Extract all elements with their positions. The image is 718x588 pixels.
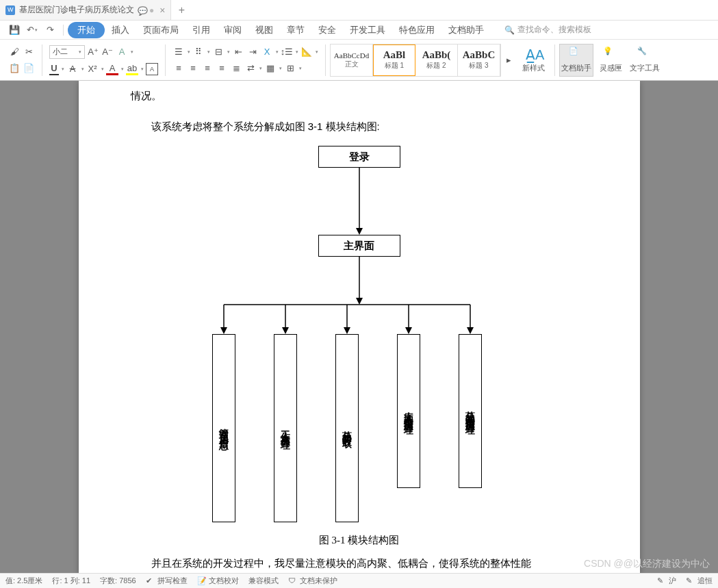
ruler-icon[interactable]: 📐 [300,46,313,58]
menu-layout[interactable]: 页面布局 [136,24,185,36]
menu-insert[interactable]: 插入 [105,24,136,36]
distribute-icon[interactable]: ≣ [230,62,242,75]
undo-icon[interactable]: ↶▾ [26,24,38,36]
new-tab-button[interactable]: + [171,4,192,16]
border-icon[interactable]: ⊞ [284,62,296,75]
menu-devtools[interactable]: 开发工具 [343,24,392,36]
new-style-button[interactable]: A̲A 新样式 [516,44,550,77]
status-wordcount[interactable]: 字数: 7856 [100,576,136,586]
tab-modified-dot: ● [149,5,154,15]
strikethrough-icon[interactable]: A [66,63,79,75]
status-proof[interactable]: 📝文档校对 [197,576,239,586]
style-more-icon[interactable]: ▸ [502,54,515,66]
doc-helper-button[interactable]: 📄 文档助手 [559,44,593,77]
text-options-icon[interactable]: Χ [261,46,273,58]
comment-icon: 💬 [138,6,146,14]
paragraph: 该系统考虑将整个系统分解成如图 3-1 模块结构图: [131,117,588,136]
separator [325,44,326,76]
font-color-icon[interactable]: A [106,63,118,75]
align-justify-icon[interactable]: ≡ [216,62,228,75]
style-normal[interactable]: AaBbCcDd正文 [331,44,373,76]
separator [63,25,64,36]
menu-review[interactable]: 审阅 [217,24,248,36]
inspire-button[interactable]: 💡 灵感匣 [593,44,628,77]
diag-module1: 管理员用户信息 [212,334,235,522]
track2-icon: ✎ [686,576,695,585]
diag-module2: 工作人员管理 [274,334,297,522]
status-track1[interactable]: ✎沪 [657,576,676,586]
status-line-col: 行: 1 列: 11 [52,576,90,586]
cut-icon[interactable]: ✂ [23,46,35,58]
indent-opts-icon[interactable]: ⇄ [244,62,257,75]
statusbar: 值: 2.5厘米 行: 1 列: 11 字数: 7856 ✔拼写检查 📝文档校对… [0,573,718,588]
superscript-icon[interactable]: X² [86,63,99,75]
status-protect[interactable]: 🛡文档未保护 [288,576,337,586]
align-center-icon[interactable]: ≡ [187,62,199,75]
font-size-select[interactable]: 小二▾ [49,45,85,59]
editor-canvas: 情况。 该系统考虑将整个系统分解成如图 3-1 模块结构图: 登录 主界面 管理… [0,81,718,573]
status-compat: 兼容模式 [248,576,279,586]
style-heading2[interactable]: AaBb(标题 2 [415,44,458,76]
diag-module5: 药品基本信息管理 [459,334,482,488]
svg-marker-8 [282,327,289,334]
watermark: CSDN @@以经济建设为中心 [584,558,710,570]
svg-marker-3 [356,298,363,305]
close-tab-icon[interactable]: × [159,5,165,16]
lightbulb-icon: 💡 [603,47,618,62]
underline-icon[interactable]: U [49,63,59,75]
module-diagram: 登录 主界面 管理员用户信息 工作人员管理 药品费收取 病人基本信息管理 药品基… [188,146,530,526]
separator [554,44,555,76]
shading-icon[interactable]: ▦ [264,62,277,75]
new-style-icon: A̲A [526,47,541,62]
align-left-icon[interactable]: ≡ [172,62,185,75]
diag-module4: 病人基本信息管理 [397,334,420,488]
figure-caption: 图 3-1 模块结构图 [131,531,588,550]
menu-start[interactable]: 开始 [68,22,105,38]
search-box[interactable]: 🔍 查找命令、搜索模板 [504,24,591,36]
paragraph-fragment-bottom: 并且在系统的开发过程中，我尽量注意模块的高内聚、低耦合，使得系统的整体性能 [131,554,588,572]
separator [165,44,166,76]
multilevel-icon[interactable]: ⊟ [212,46,225,58]
menu-view[interactable]: 视图 [248,24,280,36]
menu-section[interactable]: 章节 [280,24,311,36]
clear-format-icon[interactable]: A [116,46,128,58]
menu-dochelper[interactable]: 文档助手 [441,24,491,36]
bullets-icon[interactable]: ☰ [172,46,185,58]
style-gallery: AaBbCcDd正文 AaBl标题 1 AaBb(标题 2 AaBbC标题 3 [330,44,501,77]
svg-marker-1 [356,228,363,235]
decrease-indent-icon[interactable]: ⇤ [232,46,244,58]
format-painter-icon[interactable]: 🖌 [8,46,21,58]
increase-indent-icon[interactable]: ⇥ [246,46,259,58]
highlight-icon[interactable]: ab [126,63,138,75]
menu-special[interactable]: 特色应用 [392,24,441,36]
decrease-font-icon[interactable]: A⁻ [101,46,114,58]
line-spacing-icon[interactable]: ↕☰ [281,46,293,58]
increase-font-icon[interactable]: A⁺ [87,46,99,58]
ribbon: 🖌 ✂ 📋 📄 小二▾ A⁺ A⁻ A ▾ U▾ A▾ X²▾ A▾ ab▾ A… [0,40,718,81]
align-right-icon[interactable]: ≡ [201,62,214,75]
numbering-icon[interactable]: ⠿ [192,46,205,58]
status-spellcheck[interactable]: ✔拼写检查 [146,576,188,586]
dochelper-icon: 📄 [569,47,584,62]
diag-module3: 药品费收取 [335,334,359,522]
redo-icon[interactable]: ↷ [44,24,56,36]
status-track2[interactable]: ✎追恒 [686,576,713,586]
text-tools-button[interactable]: 🔧 文字工具 [628,44,662,77]
style-heading3[interactable]: AaBbC标题 3 [458,44,500,76]
paste-icon[interactable]: 📄 [23,62,35,75]
menu-security[interactable]: 安全 [311,24,343,36]
doc-icon [5,5,15,15]
char-border-icon[interactable]: A [146,63,158,75]
style-heading1[interactable]: AaBl标题 1 [373,44,415,76]
copy-icon[interactable]: 📋 [8,62,21,75]
menu-reference[interactable]: 引用 [185,24,217,36]
menubar: 💾 ↶▾ ↷ 开始 插入 页面布局 引用 审阅 视图 章节 安全 开发工具 特色… [0,21,718,40]
save-icon[interactable]: 💾 [8,24,21,36]
tab-title: 基层医院门诊电子病历系统论文 [19,4,134,16]
search-placeholder: 查找命令、搜索模板 [517,24,591,36]
diagram-connectors [188,146,530,337]
spellcheck-icon: ✔ [146,576,155,585]
document-tab[interactable]: 基层医院门诊电子病历系统论文 💬 ● × [0,0,171,20]
document-page[interactable]: 情况。 该系统考虑将整个系统分解成如图 3-1 模块结构图: 登录 主界面 管理… [79,81,640,573]
track-icon: ✎ [657,576,666,585]
